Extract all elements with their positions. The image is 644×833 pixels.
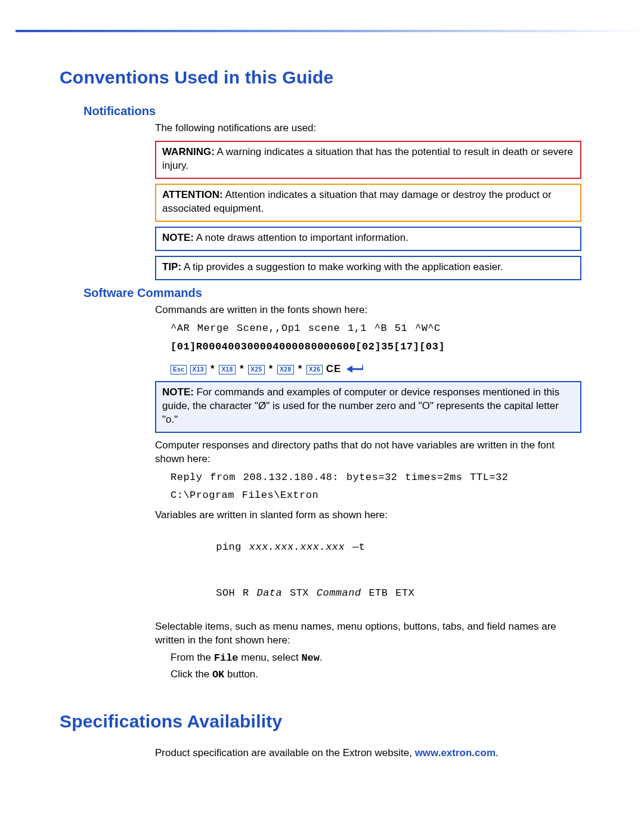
click-the: Click the xyxy=(171,668,212,680)
return-arrow-icon xyxy=(346,365,363,373)
from-the: From the xyxy=(171,652,214,663)
keycap-esc: Esc xyxy=(171,365,187,374)
keycap-sequence: Esc X13 * X18 * X25 * X28 * X26 CE xyxy=(171,363,581,376)
extron-link[interactable]: www.extron.com xyxy=(415,747,496,758)
spec-text: Product specification are available on t… xyxy=(155,747,415,758)
new-label: New xyxy=(301,652,320,664)
responses-intro: Computer responses and directory paths t… xyxy=(155,439,581,466)
subheading-software-commands: Software Commands xyxy=(83,285,584,301)
top-gradient-rule xyxy=(16,30,644,32)
separator-star: * xyxy=(297,363,304,374)
note-label: NOTE: xyxy=(162,232,194,243)
keycap-x26: X26 xyxy=(306,365,323,374)
hex-example-line: [01]R000400300004000080000600[02]35[17][… xyxy=(171,340,581,354)
note-callout: NOTE: A note draws attention to importan… xyxy=(155,227,581,251)
variables-intro: Variables are written in slanted form as… xyxy=(155,509,581,522)
ping-suffix: —t xyxy=(345,541,365,553)
page-content: Conventions Used in this Guide Notificat… xyxy=(0,0,644,784)
tip-text: A tip provides a suggestion to make work… xyxy=(181,261,503,272)
warning-callout: WARNING: A warning indicates a situation… xyxy=(155,141,581,179)
warning-label: WARNING: xyxy=(162,146,215,157)
keycap-x25: X25 xyxy=(248,365,264,374)
ok-button-example: Click the OK button. xyxy=(171,668,581,682)
note2-label: NOTE: xyxy=(162,386,194,398)
zero-oh-note: NOTE: For commands and examples of compu… xyxy=(155,381,581,433)
menu-select: menu, select xyxy=(239,652,302,663)
reply-line: Reply from 208.132.180.48: bytes=32 time… xyxy=(171,471,581,485)
subheading-notifications: Notifications xyxy=(83,103,584,119)
soh-end: ETB ETX xyxy=(361,587,415,599)
attention-callout: ATTENTION: Attention indicates a situati… xyxy=(155,184,581,222)
ping-variable: xxx.xxx.xxx.xxx xyxy=(249,541,345,553)
warning-text: A warning indicates a situation that has… xyxy=(162,146,573,171)
software-intro: Commands are written in the fonts shown … xyxy=(155,304,581,317)
file-new-example: From the File menu, select New. xyxy=(171,651,581,665)
soh-mid: STX xyxy=(282,587,317,599)
keycap-x28: X28 xyxy=(277,365,293,374)
tip-label: TIP: xyxy=(162,261,181,272)
heading-specifications: Specifications Availability xyxy=(60,710,584,734)
selectable-intro: Selectable items, such as menu names, me… xyxy=(155,620,581,648)
ping-prefix: ping xyxy=(216,541,249,553)
separator-star: * xyxy=(268,363,274,374)
software-commands-block: Commands are written in the fonts shown … xyxy=(155,304,581,682)
dot2: . xyxy=(496,747,499,758)
notifications-block: The following notifications are used: WA… xyxy=(155,122,581,281)
file-label: File xyxy=(214,652,239,664)
separator-star: * xyxy=(209,363,216,374)
ce-label: CE xyxy=(326,363,342,374)
specifications-block: Product specification are available on t… xyxy=(155,747,581,760)
ping-line: ping xxx.xxx.xxx.xxx —t xyxy=(171,527,581,568)
tip-callout: TIP: A tip provides a suggestion to make… xyxy=(155,256,581,280)
notifications-intro: The following notifications are used: xyxy=(155,122,581,135)
note-text: A note draws attention to important info… xyxy=(194,232,408,243)
path-line: C:\Program Files\Extron xyxy=(171,489,581,503)
soh-command: Command xyxy=(317,587,361,599)
ok-label: OK xyxy=(212,669,224,680)
soh-part1: SOH R xyxy=(216,587,256,599)
specifications-body: Product specification are available on t… xyxy=(155,747,581,760)
soh-data: Data xyxy=(256,587,282,599)
keycap-x13: X13 xyxy=(190,365,206,374)
button-suffix: button. xyxy=(224,668,258,680)
note2-text: For commands and examples of computer or… xyxy=(162,386,559,425)
dot1: . xyxy=(320,652,323,663)
soh-line: SOH R Data STX Command ETB ETX xyxy=(171,573,581,614)
heading-conventions: Conventions Used in this Guide xyxy=(60,66,584,90)
keycap-x18: X18 xyxy=(219,365,235,374)
command-example-line: ^AR Merge Scene,,Op1 scene 1,1 ^B 51 ^W^… xyxy=(171,322,581,336)
attention-label: ATTENTION: xyxy=(162,189,223,200)
separator-star: * xyxy=(239,363,245,374)
